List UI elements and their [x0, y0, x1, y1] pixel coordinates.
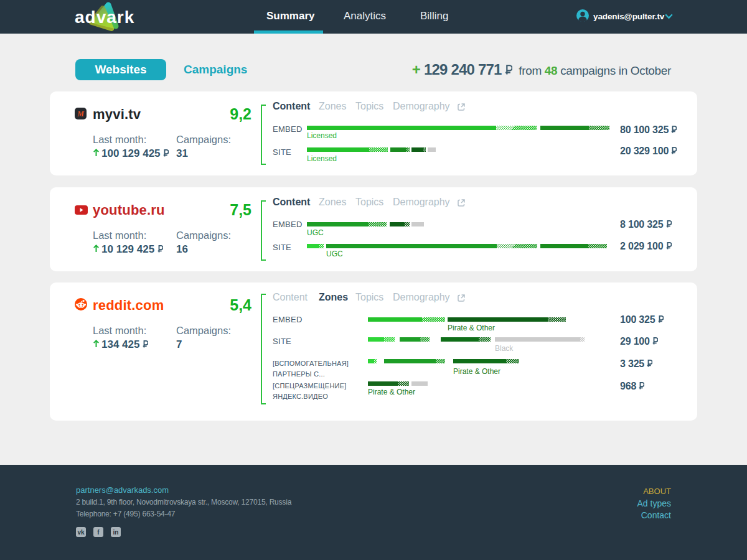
svg-text:M: M: [77, 110, 84, 118]
